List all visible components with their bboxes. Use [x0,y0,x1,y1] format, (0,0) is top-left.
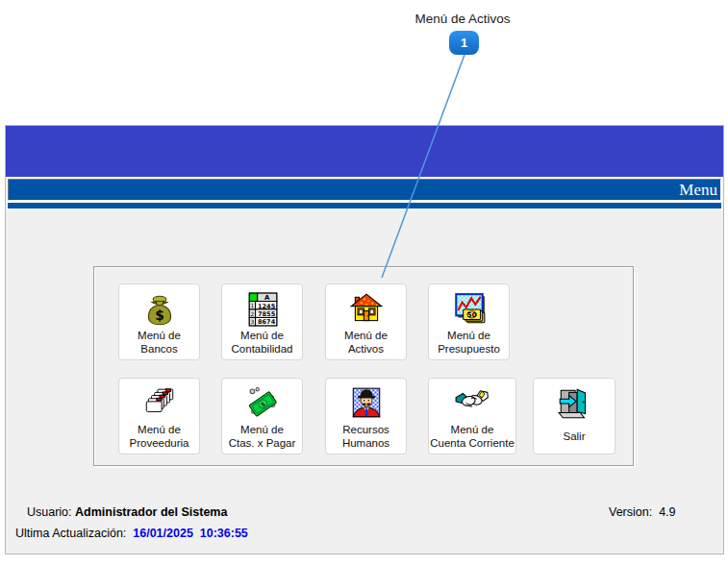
documents-stack-icon [141,384,178,423]
money-bill-icon: $ [244,384,281,423]
status-version-value: 4.9 [659,505,675,519]
svg-text:50: 50 [466,311,476,319]
status-update-label: Ultima Actualización: [15,527,126,540]
menu-activos-label: Menú de Activos [344,329,388,359]
person-icon [348,384,385,423]
menu-activos-button[interactable]: Menú de Activos [325,283,407,360]
svg-text:3: 3 [250,319,254,325]
exit-door-icon [556,384,592,423]
recursos-humanos-label: Recursos Humanos [342,423,389,454]
menu-proveeduria-label: Menú de Proveeduria [129,423,188,454]
house-icon [348,290,385,329]
menu-bar-divider [8,203,721,209]
status-user: Usuario: Administrador del Sistema [27,505,227,519]
recursos-humanos-button[interactable]: Recursos Humanos [325,378,407,454]
annotation-title: Menú de Activos [366,12,559,26]
menu-bar-item[interactable]: Menu [679,181,717,200]
money-bag-icon: $ [141,290,178,329]
salir-button[interactable]: Salir [533,378,615,454]
svg-text:1245: 1245 [258,303,276,310]
menu-bancos-label: Menú de Bancos [138,329,181,359]
svg-text:A: A [264,294,270,302]
menu-presupuesto-label: Menú de Presupuesto [438,329,500,359]
status-version: Version: 4.9 [609,505,676,519]
status-version-label: Version: [609,505,652,519]
menu-cuenta-corriente-label: Menú de Cuenta Corriente [430,423,515,454]
status-user-value: Administrador del Sistema [75,505,227,519]
menu-bancos-button[interactable]: $ Menú de Bancos [118,283,200,360]
svg-text:8674: 8674 [258,318,276,326]
window-body: $ Menú de Bancos A 1 [6,210,723,553]
menu-cuenta-corriente-button[interactable]: Menú de Cuenta Corriente [428,378,516,454]
spreadsheet-icon: A 1 1245 2 7855 3 8674 [244,290,281,329]
svg-text:2: 2 [250,311,254,317]
status-update: Ultima Actualización: 16/01/2025 10:36:5… [15,527,248,540]
svg-text:$: $ [155,307,164,323]
main-menu-panel: $ Menú de Bancos A 1 [93,266,634,466]
menu-section: Menu [6,177,723,210]
budget-chart-icon: 50 [451,290,488,329]
handshake-icon [454,384,490,423]
menu-presupuesto-button[interactable]: 50 Menú de Presupuesto [428,283,510,360]
menu-bar[interactable]: Menu [8,179,721,201]
status-update-value: 16/01/2025 10:36:55 [133,527,248,540]
menu-proveeduria-button[interactable]: Menú de Proveeduria [118,378,200,454]
status-user-label: Usuario: [27,505,72,519]
window-titlebar [6,126,723,177]
annotation-step-badge: 1 [449,31,479,55]
menu-ctas-x-pagar-label: Menú de Ctas. x Pagar [229,423,296,454]
menu-contabilidad-button[interactable]: A 1 1245 2 7855 3 8674 [221,283,303,360]
screenshot-page: Menú de Activos 1 Menu [0,0,728,565]
svg-text:1: 1 [250,303,254,308]
salir-label: Salir [563,423,585,454]
app-window: Menu $ [5,125,724,554]
menu-ctas-x-pagar-button[interactable]: $ Menú de Ctas. x Pagar [221,378,303,454]
menu-contabilidad-label: Menú de Contabilidad [232,329,293,359]
svg-text:7855: 7855 [258,310,276,318]
